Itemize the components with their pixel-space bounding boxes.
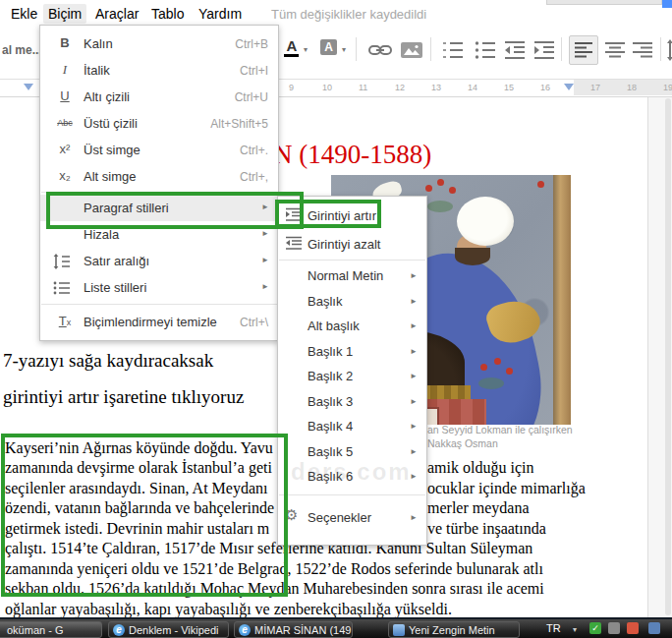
strikethrough-icon: Abc bbox=[53, 118, 77, 128]
share-button-fragment[interactable] bbox=[662, 0, 672, 8]
chevron-down-icon[interactable]: ▾ bbox=[342, 45, 346, 54]
submenu-arrow-icon: ► bbox=[261, 282, 269, 291]
taskbar-button-mimar-sinan[interactable]: e MİMAR SİNAN (149 bbox=[234, 621, 353, 638]
menu-item-bold[interactable]: B Kalın Ctrl+B bbox=[40, 30, 278, 57]
vertical-scrollbar[interactable] bbox=[665, 98, 671, 615]
menu-yardim[interactable]: Yardım bbox=[194, 4, 247, 24]
menu-item-list-styles[interactable]: Liste stilleri ► bbox=[40, 274, 278, 301]
menu-item-italic[interactable]: I İtalik Ctrl+I bbox=[40, 57, 278, 84]
annotation-box-increase-indent bbox=[275, 200, 381, 228]
ruler-number: 11 bbox=[359, 83, 367, 92]
menu-ekle[interactable]: Ekle bbox=[6, 4, 42, 24]
menu-item-strikethrough[interactable]: Abc Üstü çizili Alt+Shift+5 bbox=[40, 110, 278, 137]
menu-item-underline[interactable]: U Altı çizili Ctrl+U bbox=[40, 84, 278, 110]
font-style-selector-fragment[interactable]: al me... bbox=[2, 43, 42, 57]
ruler-number: 15 bbox=[504, 83, 514, 92]
submenu-item-heading1[interactable]: Başlık 1 ► bbox=[278, 339, 426, 364]
tray-check-icon[interactable]: ✓ bbox=[589, 622, 601, 634]
submenu-arrow-icon: ► bbox=[410, 422, 418, 431]
bold-icon: B bbox=[53, 35, 77, 50]
miniature-leaves bbox=[478, 377, 504, 389]
submenu-arrow-icon: ► bbox=[261, 256, 269, 264]
paragraph-line-right: ve türbe inşaatında bbox=[427, 520, 546, 538]
tray-update-icon[interactable] bbox=[608, 622, 620, 634]
flower-icon bbox=[537, 181, 544, 188]
submenu-item-subtitle[interactable]: Alt başlık ► bbox=[278, 314, 426, 338]
ruler-number: 18 bbox=[627, 83, 637, 92]
right-indent-marker[interactable] bbox=[564, 84, 574, 90]
miniature-leaves bbox=[427, 201, 453, 212]
submenu-arrow-icon: ► bbox=[261, 229, 269, 238]
menu-tablo[interactable]: Tablo bbox=[146, 4, 189, 24]
flower-icon bbox=[506, 368, 513, 375]
tray-network-icon[interactable] bbox=[648, 622, 660, 634]
submenu-item-heading4[interactable]: Başlık 4 ► bbox=[278, 414, 426, 438]
superscript-icon: x² bbox=[53, 142, 77, 156]
submenu-item-decrease-indent[interactable]: Girintiyi azalt bbox=[278, 229, 426, 258]
submenu-item-normal-text[interactable]: Normal Metin ► bbox=[278, 263, 426, 288]
paragraph-line-right: amik olduğu için bbox=[427, 459, 533, 477]
paragraph-line-right: ocuklar içinde mimarlığa bbox=[427, 480, 586, 497]
language-indicator[interactable]: TR bbox=[546, 622, 561, 634]
ruler-right-margin bbox=[574, 80, 672, 95]
submenu-item-title[interactable]: Başlık ► bbox=[278, 289, 426, 314]
menu-bicim[interactable]: Biçim bbox=[43, 4, 86, 24]
subscript-icon: x₂ bbox=[53, 168, 77, 183]
submenu-item-heading2[interactable]: Başlık 2 ► bbox=[278, 364, 426, 388]
align-left-button-pressed[interactable] bbox=[569, 35, 598, 65]
left-indent-marker[interactable] bbox=[24, 84, 33, 90]
menu-item-line-spacing[interactable]: Satır aralığı ► bbox=[40, 248, 278, 274]
ruler-number: 12 bbox=[395, 83, 405, 92]
ruler-number: 19 bbox=[663, 83, 672, 92]
ruler-number: 13 bbox=[431, 83, 441, 92]
submenu-arrow-icon: ► bbox=[410, 271, 418, 280]
chevron-down-icon[interactable]: ▾ bbox=[304, 45, 308, 54]
taskbar-button-denklem[interactable]: e Denklem - Vikipedi bbox=[108, 621, 229, 638]
line-spacing-icon[interactable] bbox=[665, 37, 672, 63]
decrease-indent-icon[interactable] bbox=[502, 37, 528, 63]
miniature-turban bbox=[457, 197, 514, 246]
insert-image-icon[interactable] bbox=[399, 37, 424, 63]
ruler-number: 10 bbox=[322, 83, 332, 92]
submenu-arrow-icon: ► bbox=[410, 513, 418, 522]
align-center-icon[interactable] bbox=[602, 37, 628, 63]
image-caption-line2: Nakkaş Osman bbox=[427, 437, 498, 449]
insert-link-icon[interactable] bbox=[367, 37, 393, 63]
ruler-number: 16 bbox=[540, 83, 550, 92]
submenu-arrow-icon: ► bbox=[410, 447, 418, 456]
ruler-number: 9 bbox=[289, 83, 294, 92]
site-watermark: ders.com bbox=[291, 458, 412, 486]
increase-indent-icon[interactable] bbox=[532, 37, 557, 63]
annotation-box-paragraph-styles bbox=[46, 192, 304, 229]
menu-araclar[interactable]: Araçlar bbox=[90, 4, 143, 24]
bulleted-list-icon[interactable] bbox=[473, 37, 498, 63]
ruler-number: 17 bbox=[590, 83, 600, 92]
paragraph-line-right: merler meydana bbox=[427, 499, 530, 517]
flower-icon bbox=[449, 187, 456, 194]
menu-item-clear-formatting[interactable]: Tx Biçimlendirmeyi temizle Ctrl+\ bbox=[40, 309, 278, 335]
taskbar-button-wordpad[interactable]: Yeni Zengin Metin bbox=[388, 621, 520, 638]
windows-taskbar: oküman - G e Denklem - Vikipedi e MİMAR … bbox=[0, 619, 672, 638]
align-right-icon[interactable] bbox=[630, 37, 655, 63]
submenu-item-heading3[interactable]: Başlık 3 ► bbox=[278, 389, 426, 414]
document-heading: N (1490-1588) bbox=[273, 140, 431, 170]
ruler-number: 14 bbox=[468, 83, 477, 92]
taskbar-button-document[interactable]: oküman - G bbox=[0, 621, 102, 638]
tray-volume-icon[interactable] bbox=[627, 622, 639, 634]
annotation-box-paragraph bbox=[1, 434, 288, 597]
comments-button-fragment[interactable] bbox=[546, 0, 662, 5]
numbered-list-icon[interactable] bbox=[440, 37, 466, 63]
submenu-item-options[interactable]: ⚙ Seçenekler ► bbox=[278, 503, 426, 532]
list-styles-icon bbox=[53, 280, 77, 296]
menu-item-subscript[interactable]: x₂ Alt simge Ctrl+, bbox=[40, 163, 278, 190]
text-color-bar bbox=[284, 54, 299, 57]
save-status: Tüm değişiklikler kaydedildi bbox=[271, 7, 426, 22]
note-line-2: girintiyi artır işaretine tıklıyoruz bbox=[3, 386, 244, 408]
italic-icon: I bbox=[53, 62, 77, 78]
internet-explorer-icon: e bbox=[113, 624, 125, 636]
note-line-1: 7-yazıyı sağa kaydıracaksak bbox=[3, 350, 213, 372]
menu-item-superscript[interactable]: x² Üst simge Ctrl+. bbox=[40, 137, 278, 163]
paragraph-line: oğlanlar yayabaşılığı, kapı yayabaşılığı… bbox=[5, 601, 452, 618]
flower-icon bbox=[437, 179, 444, 186]
tray-expand-icon[interactable]: ▾ bbox=[573, 625, 577, 634]
